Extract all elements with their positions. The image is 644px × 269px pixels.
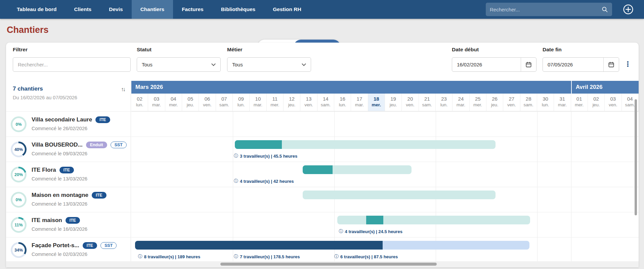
month-header: Mars 2026Avril 2026 — [131, 81, 639, 94]
calendar-icon — [608, 61, 614, 68]
project-row-ite-maison[interactable]: 11%ITE maisonITECommencé le 16/03/2026 — [6, 212, 131, 237]
info-icon: ⓘ — [339, 228, 343, 234]
nav-search-input[interactable] — [490, 7, 601, 12]
day-column-17-mar-: 17mar. — [351, 94, 368, 111]
vertical-scrollbar-thumb[interactable] — [635, 99, 637, 215]
project-row-villa-secondaire-laure[interactable]: 0%Villa secondaire LaureITECommencé le 2… — [6, 111, 131, 137]
metier-value — [227, 62, 302, 67]
date-fin-calendar-button[interactable] — [603, 58, 619, 71]
day-column-12-jeu-: 12jeu. — [284, 94, 300, 111]
day-column-26-jeu-: 26jeu. — [486, 94, 503, 111]
day-number: 05 — [182, 96, 199, 102]
nav-tab-tableau-de-bord[interactable]: Tableau de bord — [8, 0, 66, 19]
filters-kebab-menu[interactable]: ⋮ — [624, 60, 631, 68]
day-header: 02lun.03mar.04mer.05jeu.06ven.07sam.09lu… — [131, 94, 639, 111]
filtrer-input[interactable] — [13, 62, 130, 67]
nav-tab-clients[interactable]: Clients — [66, 0, 100, 19]
progress-ring: 34% — [11, 242, 27, 258]
info-icon: ⓘ — [234, 178, 238, 184]
badge-ite: ITE — [83, 242, 97, 249]
day-column-03-ven-: 03ven. — [605, 94, 621, 111]
day-column-10-mar-: 10mar. — [250, 94, 266, 111]
nav-tab-devis[interactable]: Devis — [100, 0, 131, 19]
project-row-villa-bouserod-[interactable]: 40%Villa BOUSEROD...EnduitSSTCommencé le… — [6, 137, 131, 162]
day-of-week: ven. — [605, 102, 621, 107]
day-of-week: mar. — [148, 102, 165, 107]
day-of-week: sam. — [520, 102, 537, 107]
day-of-week: mar. — [554, 102, 570, 107]
day-of-week: lun. — [436, 102, 452, 107]
date-debut-calendar-button[interactable] — [521, 58, 536, 71]
day-column-11-mer-: 11mer. — [267, 94, 284, 111]
date-fin-input[interactable] — [543, 62, 603, 67]
day-column-05-jeu-: 05jeu. — [182, 94, 199, 111]
metier-select[interactable] — [227, 57, 311, 72]
horizontal-scrollbar[interactable] — [6, 261, 639, 267]
day-column-07-sam-: 07sam. — [216, 94, 233, 111]
day-column-28-sam-: 28sam. — [520, 94, 537, 111]
day-number: 23 — [436, 96, 452, 102]
project-row-facade-portet-s-[interactable]: 34%Façade Portet-s...ITESSTCommencé le 0… — [6, 237, 131, 262]
nav-tab-factures[interactable]: Factures — [173, 0, 212, 19]
nav-tabs: Tableau de bordClientsDevisChantiersFact… — [8, 0, 310, 19]
plus-circle-icon — [623, 4, 634, 15]
nav-add-button[interactable] — [623, 4, 634, 15]
project-name: Villa secondaire Laure — [32, 116, 92, 123]
badge-ite: ITE — [95, 116, 110, 123]
project-name: Façade Portet-s... — [32, 242, 79, 249]
workers-hours-text: 7 travailleur(s) | 178.5 heures — [240, 254, 300, 259]
badge-enduit: Enduit — [86, 142, 107, 148]
date-debut-label: Date début — [452, 47, 479, 53]
timeline-row-6: ⓘ8 travailleur(s) | 189 heuresⓘ7 travail… — [131, 237, 639, 262]
day-number: 12 — [284, 96, 300, 102]
progress-ring: 11% — [11, 217, 27, 233]
chevron-down-icon — [211, 62, 216, 66]
badge-ite: ITE — [92, 192, 106, 199]
gantt-bar[interactable] — [337, 216, 530, 224]
day-of-week: ven. — [402, 102, 418, 107]
chantiers-planning-page: Tableau de bordClientsDevisChantiersFact… — [0, 0, 644, 269]
project-name: Maison en montagne — [32, 192, 88, 199]
workers-hours-text: 4 travailleur(s) | 42 heures — [240, 179, 294, 184]
sidebar-header: 7 chantiers Du 16/02/2026 au 07/05/2026 … — [6, 81, 131, 111]
search-icon[interactable] — [601, 6, 608, 13]
timeline-row-4 — [131, 187, 639, 212]
gantt-bar[interactable] — [303, 165, 411, 174]
day-number: 30 — [537, 96, 554, 102]
day-number: 13 — [300, 96, 317, 102]
horizontal-scrollbar-thumb[interactable] — [220, 263, 437, 266]
gantt-bar[interactable] — [235, 140, 496, 149]
project-row-ite-flora[interactable]: 20%ITE FloraITECommencé le 13/03/2026 — [6, 162, 131, 187]
sort-icon[interactable]: ↑↓ — [121, 86, 125, 93]
progress-percent: 0% — [11, 116, 27, 132]
date-debut-input[interactable] — [452, 62, 521, 67]
progress-percent: 0% — [11, 192, 27, 208]
progress-percent: 11% — [11, 217, 27, 233]
gantt-bar[interactable] — [303, 191, 496, 199]
nav-tab-chantiers[interactable]: Chantiers — [132, 0, 173, 19]
progress-ring: 0% — [11, 192, 27, 208]
day-of-week: lun. — [537, 102, 554, 107]
nav-tab-bibliotheques[interactable]: Bibliothèques — [212, 0, 264, 19]
day-of-week: lun. — [131, 102, 148, 107]
project-title-row: Façade Portet-s...ITESST — [32, 242, 117, 249]
day-column-24-mar-: 24mar. — [453, 94, 469, 111]
metier-label: Métier — [227, 47, 243, 53]
project-name: ITE maison — [32, 217, 62, 224]
badge-sst: SST — [100, 242, 117, 249]
day-of-week: ven. — [199, 102, 215, 107]
project-title-row: ITE FloraITE — [32, 167, 74, 173]
nav-tab-gestion-rh[interactable]: Gestion RH — [264, 0, 310, 19]
gantt-bar[interactable] — [135, 241, 530, 250]
info-icon: ⓘ — [234, 153, 238, 159]
day-number: 02 — [588, 96, 604, 102]
day-number: 20 — [402, 96, 418, 102]
project-row-maison-en-montagne[interactable]: 0%Maison en montagneITECommencé le 13/03… — [6, 187, 131, 212]
timeline-row-5: ⓘ4 travailleur(s) | 24.5 heures — [131, 212, 639, 237]
day-column-01-mer-: 01mer. — [571, 94, 588, 111]
day-column-03-mar-: 03mar. — [148, 94, 165, 111]
date-fin-label: Date fin — [543, 47, 562, 53]
day-number: 06 — [199, 96, 215, 102]
project-start-date: Commencé le 13/03/2026 — [32, 176, 87, 181]
statut-select[interactable] — [137, 57, 221, 72]
